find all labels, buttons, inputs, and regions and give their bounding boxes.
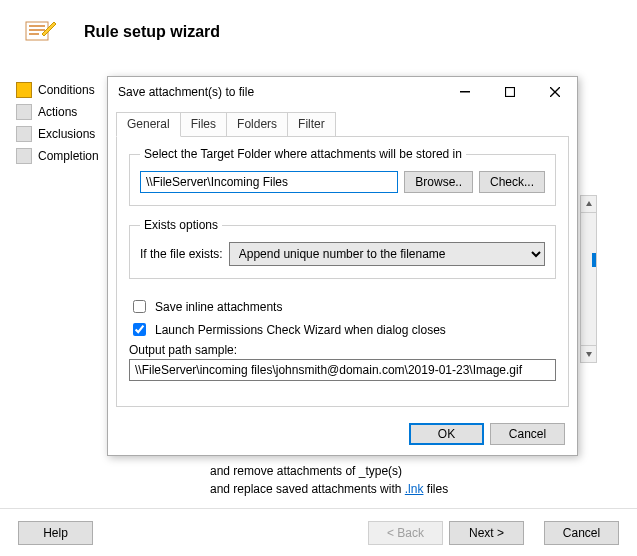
close-button[interactable] (532, 77, 577, 107)
svg-rect-3 (29, 33, 39, 35)
dialog-tabs: General Files Folders Filter (108, 111, 577, 136)
minimize-button[interactable] (442, 77, 487, 107)
wizard-header: Rule setup wizard (0, 0, 637, 54)
svg-rect-7 (460, 91, 470, 93)
sidebar-item-actions[interactable]: Actions (16, 104, 101, 120)
step-icon (16, 148, 32, 164)
tab-files[interactable]: Files (180, 112, 227, 137)
rule-line: and remove attachments of _type(s) (210, 462, 448, 480)
rule-line: and replace saved attachments with .lnk … (210, 480, 448, 498)
ok-button[interactable]: OK (409, 423, 484, 445)
rule-description-snippet: and remove attachments of _type(s) and r… (210, 462, 448, 498)
svg-rect-2 (29, 29, 45, 31)
dialog-footer: OK Cancel (108, 415, 577, 455)
wizard-title: Rule setup wizard (84, 23, 220, 41)
help-button[interactable]: Help (18, 521, 93, 545)
output-sample-label: Output path sample: (129, 343, 556, 357)
svg-marker-6 (586, 352, 592, 357)
save-inline-row: Save inline attachments (129, 297, 556, 316)
step-icon (16, 126, 32, 142)
dialog-title: Save attachment(s) to file (118, 85, 442, 99)
browse-button[interactable]: Browse.. (404, 171, 473, 193)
output-sample-box (129, 359, 556, 381)
svg-rect-1 (29, 25, 45, 27)
dialog-titlebar: Save attachment(s) to file (108, 77, 577, 107)
svg-rect-8 (505, 88, 514, 97)
cancel-button[interactable]: Cancel (490, 423, 565, 445)
exists-label: If the file exists: (140, 247, 223, 261)
launch-wizard-label: Launch Permissions Check Wizard when dia… (155, 323, 446, 337)
back-button[interactable]: < Back (368, 521, 443, 545)
lnk-link[interactable]: .lnk (405, 482, 424, 496)
sidebar-label: Actions (38, 105, 77, 119)
exists-legend: Exists options (140, 218, 222, 232)
svg-marker-5 (586, 201, 592, 206)
target-folder-input[interactable] (140, 171, 398, 193)
sidebar-item-exclusions[interactable]: Exclusions (16, 126, 101, 142)
check-button[interactable]: Check... (479, 171, 545, 193)
scroll-down-icon[interactable] (581, 345, 596, 362)
sidebar-label: Conditions (38, 83, 95, 97)
tab-panel-general: Select the Target Folder where attachmen… (116, 136, 569, 407)
launch-wizard-row: Launch Permissions Check Wizard when dia… (129, 320, 556, 339)
sidebar-item-completion[interactable]: Completion (16, 148, 101, 164)
scroll-track[interactable] (581, 213, 596, 345)
save-inline-checkbox[interactable] (133, 300, 146, 313)
step-icon (16, 104, 32, 120)
target-folder-fieldset: Select the Target Folder where attachmen… (129, 147, 556, 206)
step-icon (16, 82, 32, 98)
launch-wizard-checkbox[interactable] (133, 323, 146, 336)
maximize-button[interactable] (487, 77, 532, 107)
tab-folders[interactable]: Folders (226, 112, 288, 137)
target-folder-legend: Select the Target Folder where attachmen… (140, 147, 466, 161)
wizard-footer: Help < Back Next > Cancel (0, 508, 637, 556)
scrollbar[interactable] (580, 195, 597, 363)
tab-general[interactable]: General (116, 112, 181, 137)
wizard-sidebar: Conditions Actions Exclusions Completion (16, 82, 101, 164)
next-button[interactable]: Next > (449, 521, 524, 545)
tab-filter[interactable]: Filter (287, 112, 336, 137)
wizard-icon (24, 16, 56, 48)
scroll-up-icon[interactable] (581, 196, 596, 213)
sidebar-label: Completion (38, 149, 99, 163)
save-attachments-dialog: Save attachment(s) to file General Files… (107, 76, 578, 456)
sidebar-label: Exclusions (38, 127, 95, 141)
sidebar-item-conditions[interactable]: Conditions (16, 82, 101, 98)
wizard-cancel-button[interactable]: Cancel (544, 521, 619, 545)
save-inline-label: Save inline attachments (155, 300, 282, 314)
exists-select[interactable]: Append unique number to the filename (229, 242, 545, 266)
exists-options-fieldset: Exists options If the file exists: Appen… (129, 218, 556, 279)
